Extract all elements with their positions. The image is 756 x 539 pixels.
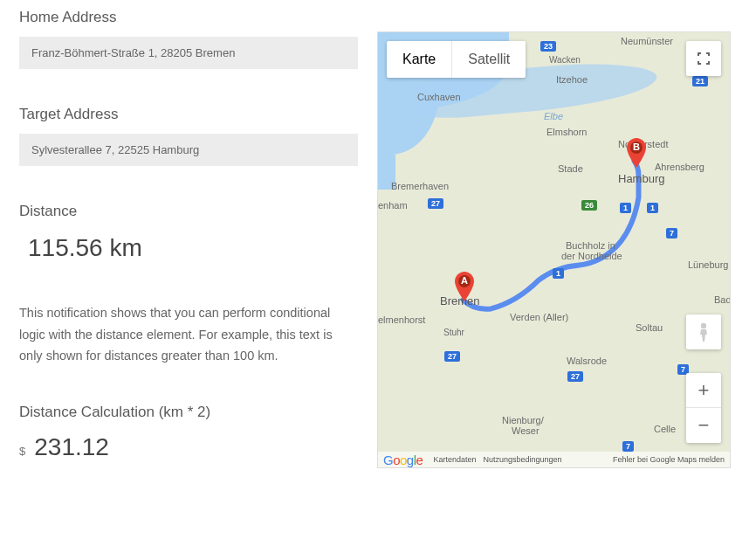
road-7a: 7 <box>666 228 677 238</box>
road-1b: 1 <box>647 203 658 213</box>
city-luneburg: Lüneburg <box>688 259 729 270</box>
map-type-satellite-button[interactable]: Satellit <box>452 41 526 78</box>
city-hamburg: Hamburg <box>618 172 664 185</box>
road-1c: 1 <box>553 268 564 279</box>
calculation-value: 231.12 <box>34 433 109 461</box>
calculation-currency: $ <box>19 445 25 458</box>
road-26: 26 <box>581 200 597 211</box>
city-neumunster: Neumünster <box>621 36 673 46</box>
river-elbe: Elbe <box>544 111 563 121</box>
target-address-label: Target Address <box>19 106 358 123</box>
home-address-input[interactable] <box>19 37 358 69</box>
attribution-report-link[interactable]: Fehler bei Google Maps melden <box>613 455 725 464</box>
svg-point-2 <box>701 323 706 328</box>
city-soltau: Soltau <box>636 322 663 333</box>
distance-label: Distance <box>19 203 358 220</box>
map-type-toggle: Karte Satellit <box>387 41 526 78</box>
zoom-controls: + − <box>686 373 721 443</box>
city-stuhr: Stuhr <box>443 328 464 337</box>
city-wacken: Wacken <box>549 55 581 65</box>
city-elmshorn: Elmshorn <box>546 127 587 137</box>
map-type-map-button[interactable]: Karte <box>387 41 452 78</box>
city-enham: enham <box>378 200 408 211</box>
road-7c: 7 <box>622 441 634 452</box>
conditional-notification: This notification shows that you can per… <box>19 302 358 367</box>
road-27b: 27 <box>567 371 583 382</box>
city-walsrode: Walsrode <box>567 356 607 366</box>
form-panel: Home Address Target Address Distance 115… <box>0 0 377 539</box>
city-bad: Bad <box>714 294 731 305</box>
road-1a: 1 <box>620 203 631 213</box>
map-container[interactable]: Neumünster Wacken Itzehoe Cuxhaven Elbe … <box>377 31 731 468</box>
zoom-out-button[interactable]: − <box>686 408 721 443</box>
marker-b[interactable]: B <box>627 138 646 168</box>
calculation-label: Distance Calculation (km * 2) <box>19 404 358 421</box>
map-background[interactable]: Neumünster Wacken Itzehoe Cuxhaven Elbe … <box>378 32 730 467</box>
road-23: 23 <box>540 41 556 52</box>
map-attribution-bar: Google Kartendaten Nutzungsbedingungen F… <box>378 452 730 467</box>
city-buchholz: Buchholz in <box>566 240 615 251</box>
city-verden: Verden (Aller) <box>510 312 568 322</box>
city-bremerhaven: Bremerhaven <box>391 181 449 191</box>
zoom-in-button[interactable]: + <box>686 373 721 408</box>
city-nienburg: Nienburg/ <box>502 415 544 425</box>
distance-value: 115.56 km <box>19 234 358 262</box>
fullscreen-icon <box>696 51 711 66</box>
city-nordheide: der Nordheide <box>561 251 622 261</box>
attribution-terms-link[interactable]: Nutzungsbedingungen <box>483 455 561 464</box>
city-weser: Weser <box>512 425 540 436</box>
road-27c: 27 <box>444 351 460 362</box>
home-address-label: Home Address <box>19 9 358 26</box>
target-address-input[interactable] <box>19 134 358 166</box>
google-logo: Google <box>378 453 426 467</box>
city-itzehoe: Itzehoe <box>556 74 588 85</box>
fullscreen-button[interactable] <box>686 41 721 76</box>
city-cuxhaven: Cuxhaven <box>417 92 461 102</box>
road-21: 21 <box>692 76 708 86</box>
road-27a: 27 <box>428 198 443 209</box>
city-stade: Stade <box>558 163 583 174</box>
city-ahrensberg: Ahrensberg <box>655 162 704 172</box>
attribution-kartendaten-link[interactable]: Kartendaten <box>433 455 476 464</box>
marker-a[interactable]: A <box>455 272 474 301</box>
pegman-streetview-button[interactable] <box>686 314 721 349</box>
city-celle: Celle <box>654 424 676 434</box>
city-elmenhorst: elmenhorst <box>378 314 425 325</box>
pegman-icon <box>695 321 712 342</box>
